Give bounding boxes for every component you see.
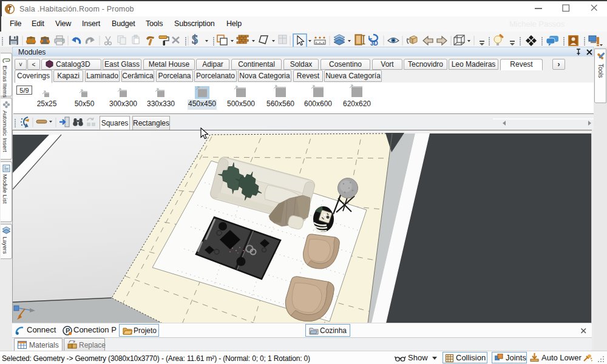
svg-text:3D: 3D — [370, 40, 378, 47]
svg-text:$: $ — [192, 33, 198, 46]
